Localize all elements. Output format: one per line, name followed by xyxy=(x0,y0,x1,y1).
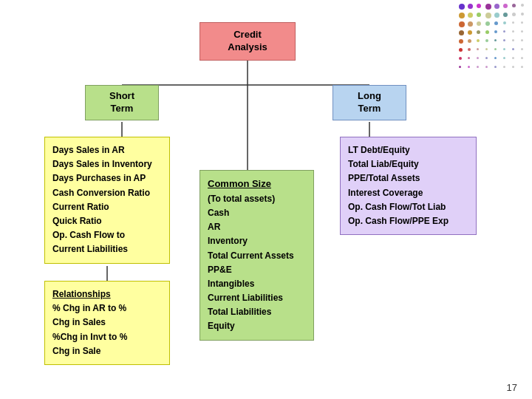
decorative-dot xyxy=(503,66,505,68)
decorative-dot xyxy=(477,57,479,59)
list-item: PP&E xyxy=(208,263,306,277)
decorative-dot xyxy=(494,57,497,59)
decorative-dot xyxy=(468,21,473,27)
decorative-dot xyxy=(485,57,488,59)
list-item: Cash xyxy=(208,206,306,220)
short-term-detail-box: Days Sales in AR Days Sales in Inventory… xyxy=(44,137,170,264)
decorative-dot xyxy=(459,21,465,27)
decorative-dot xyxy=(503,13,508,17)
list-item: Interest Coverage xyxy=(348,186,468,200)
decorative-dot xyxy=(521,4,524,7)
decorative-dots xyxy=(459,4,528,91)
decorative-dot xyxy=(521,39,523,41)
decorative-dot xyxy=(459,13,465,18)
list-item: Intangibles xyxy=(208,277,306,291)
list-item: Inventory xyxy=(208,234,306,248)
list-item: %Chg in Invt to % xyxy=(52,330,162,344)
relationships-box: Relationships % Chg in AR to % Chg in Sa… xyxy=(44,281,170,365)
decorative-dot xyxy=(512,39,514,41)
decorative-dot xyxy=(512,30,514,33)
common-size-title: Common Size xyxy=(208,177,306,192)
list-item: Days Purchases in AP xyxy=(52,171,162,185)
decorative-dot xyxy=(521,57,523,59)
list-item: Op. Cash Flow/Tot Liab xyxy=(348,200,468,214)
decorative-dot xyxy=(477,48,479,50)
decorative-dot xyxy=(503,4,508,8)
list-item: Cash Conversion Ratio xyxy=(52,186,162,200)
decorative-dot xyxy=(521,13,524,16)
decorative-dot xyxy=(521,30,523,33)
decorative-dot xyxy=(485,48,488,50)
credit-analysis-box: Credit Analysis xyxy=(200,22,296,61)
decorative-dot xyxy=(512,4,516,7)
decorative-dot xyxy=(503,21,506,24)
decorative-dot xyxy=(512,48,514,50)
list-item: Total Liab/Equity xyxy=(348,157,468,171)
decorative-dot xyxy=(485,21,490,26)
decorative-dot xyxy=(485,30,489,34)
list-item: LT Debt/Equity xyxy=(348,143,468,157)
decorative-dot xyxy=(494,13,499,18)
short-term-line2: Term xyxy=(111,103,134,114)
decorative-dot xyxy=(485,13,491,18)
long-term-detail-box: LT Debt/Equity Total Liab/Equity PPE/Tot… xyxy=(340,137,477,235)
decorative-dot xyxy=(477,39,480,42)
list-item: Current Liabilities xyxy=(52,242,162,256)
short-term-box: Short Term xyxy=(85,85,159,120)
decorative-dot xyxy=(494,39,497,41)
decorative-dot xyxy=(477,21,481,26)
decorative-dot xyxy=(512,66,514,68)
decorative-dot xyxy=(468,30,472,35)
decorative-dot xyxy=(485,4,491,10)
page: Credit Analysis Short Term Long Term Day… xyxy=(0,0,532,399)
decorative-dot xyxy=(494,21,498,25)
long-term-line2: Term xyxy=(358,103,381,114)
decorative-dot xyxy=(512,57,514,59)
decorative-dot xyxy=(459,39,463,44)
decorative-dot xyxy=(477,13,481,17)
list-item: Days Sales in Inventory xyxy=(52,157,162,171)
decorative-dot xyxy=(468,13,473,18)
credit-analysis-line2: Analysis xyxy=(228,41,267,52)
decorative-dot xyxy=(459,4,465,10)
decorative-dot xyxy=(468,48,471,51)
list-item: PPE/Total Assets xyxy=(348,171,468,185)
decorative-dot xyxy=(512,13,516,16)
decorative-dot xyxy=(459,57,462,60)
decorative-dot xyxy=(503,57,505,59)
credit-analysis-line1: Credit xyxy=(233,29,262,40)
decorative-dot xyxy=(494,4,499,9)
common-size-box: Common Size (To total assets) Cash AR In… xyxy=(200,170,314,341)
decorative-dot xyxy=(459,30,464,35)
decorative-dot xyxy=(503,30,505,33)
decorative-dot xyxy=(512,21,514,24)
decorative-dot xyxy=(459,66,461,68)
common-size-subtitle: (To total assets) xyxy=(208,192,306,206)
decorative-dot xyxy=(468,57,470,59)
decorative-dot xyxy=(468,39,471,43)
decorative-dot xyxy=(521,48,523,50)
relationships-title: Relationships xyxy=(52,287,162,301)
decorative-dot xyxy=(468,4,473,9)
list-item: Chg in Sale xyxy=(52,344,162,358)
list-item: Total Liabilities xyxy=(208,305,306,319)
decorative-dot xyxy=(494,48,497,50)
page-number: 17 xyxy=(507,382,517,393)
decorative-dot xyxy=(503,48,505,50)
list-item: % Chg in AR to % xyxy=(52,301,162,316)
list-item: Op. Cash Flow to xyxy=(52,228,162,242)
decorative-dot xyxy=(477,4,481,8)
decorative-dot xyxy=(494,30,497,33)
list-item: Current Ratio xyxy=(52,200,162,214)
decorative-dot xyxy=(494,66,497,68)
decorative-dot xyxy=(521,66,523,68)
decorative-dot xyxy=(485,39,488,42)
decorative-dot xyxy=(521,21,523,24)
decorative-dot xyxy=(503,39,505,41)
long-term-line1: Long xyxy=(358,90,381,101)
decorative-dot xyxy=(477,66,479,68)
decorative-dot xyxy=(485,66,488,68)
list-item: Quick Ratio xyxy=(52,214,162,228)
decorative-dot xyxy=(459,48,463,52)
list-item: Op. Cash Flow/PPE Exp xyxy=(348,214,468,228)
